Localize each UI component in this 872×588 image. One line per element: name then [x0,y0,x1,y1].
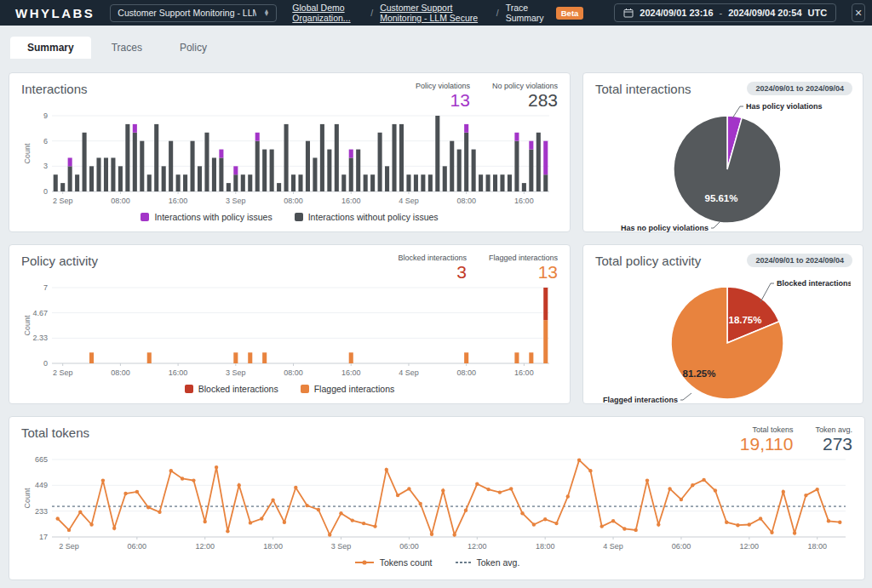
stat-total-tokens: Total tokens 19,110 [740,425,794,454]
breadcrumb-resource-link[interactable]: Customer Support Monitoring - LLM Secure [380,3,490,23]
legend-item[interactable]: Interactions with policy issues [141,212,272,222]
stat-label: Flagged interactions [489,254,558,262]
stat-policy-violations: Policy violations 13 [416,82,470,110]
breadcrumb: Global Demo Organization... / Customer S… [292,3,583,23]
project-selector-value: Customer Support Monitoring - LLM Se... [118,8,256,18]
svg-text:4.67: 4.67 [32,309,48,317]
total-interactions-panel: Total interactions 2024/09/01 to 2024/09… [582,72,863,232]
legend-item[interactable]: Token avg. [455,557,520,568]
legend-item[interactable]: Tokens count [354,557,433,568]
svg-text:12:00: 12:00 [195,542,215,551]
panel-title: Total interactions [595,82,691,96]
close-button[interactable]: ✕ [852,3,865,22]
interactions-bar-chart: 03692 Sep08:0016:003 Sep08:0016:004 Sep0… [21,110,556,207]
tab-traces[interactable]: Traces [95,37,159,59]
breadcrumb-org-link[interactable]: Global Demo Organization... [292,3,364,23]
legend-item[interactable]: Interactions without policy issues [295,212,439,222]
stat-blocked: Blocked interactions 3 [398,254,467,282]
svg-text:18:00: 18:00 [263,542,283,551]
svg-text:06:00: 06:00 [399,542,419,551]
tokens-stats: Total tokens 19,110 Token avg. 273 [740,425,852,454]
whylabs-logo[interactable]: WHYLABS [15,6,95,20]
pie-label-flagged: Flagged interactions [603,396,678,404]
date-range-separator: - [720,8,723,18]
calendar-icon [623,8,634,18]
svg-text:06:00: 06:00 [672,542,691,551]
svg-text:3: 3 [43,162,48,170]
legend-swatch [185,385,193,393]
project-selector[interactable]: Customer Support Monitoring - LLM Se... … [110,4,277,22]
legend-item[interactable]: Flagged interactions [301,384,395,394]
legend-label: Tokens count [380,557,433,568]
chevron-updown-icon: ▲▼ [263,9,269,16]
stat-label: Blocked interactions [398,254,467,262]
svg-text:17: 17 [39,533,48,541]
total-policy-panel: Total policy activity 2024/09/01 to 2024… [582,244,863,404]
svg-text:06:00: 06:00 [128,542,147,551]
svg-text:7: 7 [43,283,48,292]
svg-text:2 Sep: 2 Sep [53,368,73,377]
svg-text:665: 665 [35,455,48,464]
stat-value: 3 [456,262,467,282]
svg-text:18:00: 18:00 [807,542,827,551]
svg-text:08:00: 08:00 [284,197,303,205]
beta-badge: Beta [556,7,584,20]
breadcrumb-current: Trace Summary [506,3,546,23]
total-interactions-pie: Has policy violations Has no policy viol… [595,96,851,232]
svg-text:2 Sep: 2 Sep [53,197,73,205]
stat-flagged: Flagged interactions 13 [489,254,558,282]
svg-text:4 Sep: 4 Sep [399,197,419,205]
interactions-panel: Interactions Policy violations 13 No pol… [9,72,571,232]
svg-text:12:00: 12:00 [468,542,487,551]
legend-label: Flagged interactions [314,384,395,394]
policy-activity-bar-chart: 02.334.6772 Sep08:0016:003 Sep08:0016:00… [21,282,556,379]
row-policy: Policy activity Blocked interactions 3 F… [9,244,863,404]
policy-activity-panel: Policy activity Blocked interactions 3 F… [9,244,571,404]
svg-text:16:00: 16:00 [341,197,361,205]
total-policy-pie: Blocked interactions Flagged interaction… [595,268,851,406]
total-tokens-panel: Total tokens Total tokens 19,110 Token a… [9,416,865,580]
date-range-start: 2024/09/01 23:16 [640,8,713,18]
svg-text:4 Sep: 4 Sep [399,368,419,377]
svg-text:6: 6 [43,137,48,146]
policy-legend: Blocked interactions Flagged interaction… [21,384,558,394]
svg-text:Count: Count [23,488,32,509]
svg-text:4 Sep: 4 Sep [603,542,623,551]
tab-policy[interactable]: Policy [163,37,224,59]
svg-text:0: 0 [43,359,48,368]
pie-label-has-violations: Has policy violations [746,102,823,111]
tokens-legend: Tokens count Token avg. [21,557,852,568]
stat-value: 283 [528,90,558,110]
svg-text:3 Sep: 3 Sep [226,368,246,377]
panel-title: Total tokens [21,425,89,440]
legend-swatch [141,213,149,221]
breadcrumb-separator: / [370,8,373,18]
svg-text:16:00: 16:00 [514,368,534,377]
policy-stats: Blocked interactions 3 Flagged interacti… [398,254,558,282]
pie-percent: 81.25% [682,368,715,379]
stat-value: 19,110 [740,434,794,454]
dashed-line-swatch [455,558,472,567]
svg-text:Count: Count [23,315,32,336]
svg-text:0: 0 [43,187,48,196]
legend-label: Interactions without policy issues [308,212,439,222]
date-range-end: 2024/09/04 20:54 [728,8,801,18]
svg-text:Count: Count [23,143,32,164]
topbar: WHYLABS Customer Support Monitoring - LL… [0,0,872,26]
pie-percent: 18.75% [728,315,761,325]
svg-text:08:00: 08:00 [284,368,303,377]
svg-text:233: 233 [35,507,48,516]
total-tokens-line-chart: 172334496652 Sep06:0012:0018:003 Sep06:0… [21,454,852,552]
svg-text:18:00: 18:00 [536,542,555,551]
panel-title: Total policy activity [595,254,701,268]
stat-label: Total tokens [752,425,793,434]
tab-summary[interactable]: Summary [10,37,91,59]
legend-label: Blocked interactions [198,384,278,394]
legend-item[interactable]: Blocked interactions [185,384,278,394]
panel-title: Interactions [21,82,88,96]
date-range-picker[interactable]: 2024/09/01 23:16 - 2024/09/04 20:54 UTC [614,3,836,22]
interactions-legend: Interactions with policy issues Interact… [21,212,558,222]
line-dot-swatch [354,558,375,567]
stat-no-policy-violations: No policy violations 283 [492,82,558,110]
row-tokens: Total tokens Total tokens 19,110 Token a… [9,416,863,580]
